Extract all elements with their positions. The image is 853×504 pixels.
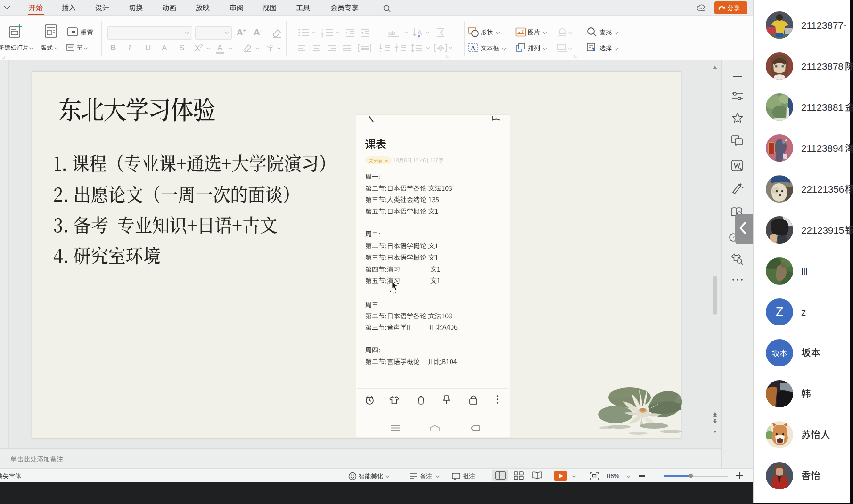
svg-text:3: 3 [321,34,323,37]
svg-text:A: A [471,45,476,52]
svg-text:?: ? [732,235,735,240]
svg-text:ab: ab [388,29,395,36]
svg-text:A: A [418,29,422,36]
